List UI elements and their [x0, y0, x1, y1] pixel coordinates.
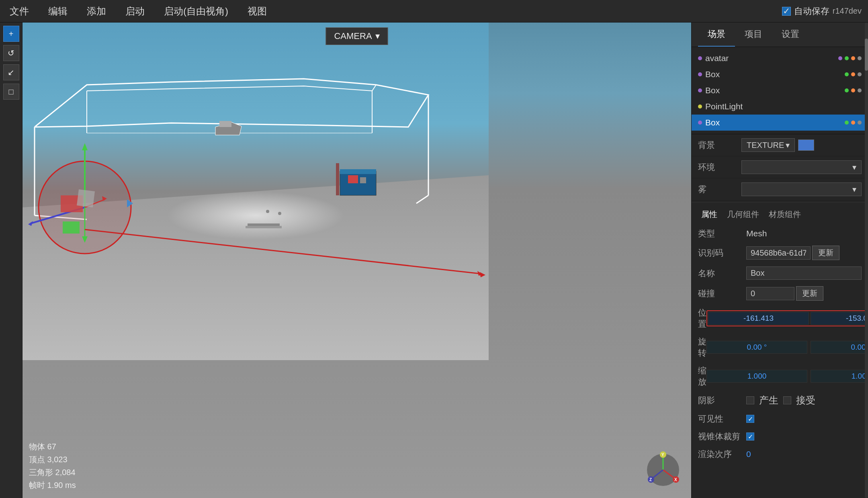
stat-triangles: 三角形 2,084 [29, 466, 76, 479]
scale-row: 缩放 [692, 362, 868, 391]
render-order-value: 0 [746, 449, 751, 459]
rotation-row: 旋转 [692, 333, 868, 362]
dot-pl-yellow [698, 105, 702, 109]
scale-label: 缩放 [698, 365, 706, 387]
sub-tab-geometry[interactable]: 几何组件 [724, 207, 762, 221]
shadow-generate-label: 产生 [759, 394, 778, 407]
scale-inputs [706, 370, 868, 383]
type-row: 类型 Mesh [692, 225, 868, 242]
id-row: 识别码 更新 [692, 242, 868, 263]
sub-tab-material[interactable]: 材质组件 [766, 207, 804, 221]
right-panel: 场景 项目 设置 avatar Box [691, 23, 868, 498]
camera-label: CAMERA [334, 31, 372, 41]
name-row: 名称 [692, 263, 868, 283]
id-label: 识别码 [698, 247, 746, 258]
menu-view[interactable]: 视图 [244, 3, 270, 19]
dot-box2-purple [698, 88, 702, 92]
tool-scale[interactable]: ↙ [3, 64, 19, 80]
visible-checkbox[interactable]: ✓ [746, 415, 754, 423]
scene-item-box3[interactable]: Box [692, 115, 868, 131]
scale-y-input[interactable] [811, 370, 868, 383]
chevron-down-icon: ▾ [786, 140, 790, 150]
type-label: 类型 [698, 228, 746, 239]
id-update-button[interactable]: 更新 [812, 246, 839, 260]
dot7 [858, 72, 862, 76]
menu-file[interactable]: 文件 [6, 3, 32, 19]
svg-text:X: X [674, 478, 677, 482]
scale-x-input[interactable] [706, 370, 807, 383]
background-type-select[interactable]: TEXTURE ▾ [741, 138, 795, 152]
tool-box[interactable]: □ [3, 84, 19, 100]
menu-add[interactable]: 添加 [84, 3, 109, 19]
render-order-label: 渲染次序 [698, 449, 746, 460]
fog-label: 雾 [698, 184, 738, 195]
frustum-row: 视锥体裁剪 ✓ [692, 428, 868, 445]
visible-label: 可见性 [698, 413, 746, 424]
viewport[interactable]: CAMERA ▾ 物体 67 顶点 3,023 三角形 2,084 帧时 1.9… [23, 23, 691, 498]
tab-scene[interactable]: 场景 [698, 23, 735, 47]
autosave-label: 自动保存 [794, 5, 829, 17]
render-order-row: 渲染次序 0 [692, 445, 868, 463]
menu-start-free[interactable]: 启动(自由视角) [161, 3, 231, 19]
frustum-label: 视锥体裁剪 [698, 431, 746, 442]
shadow-receive-checkbox[interactable] [783, 396, 791, 404]
chevron-down-icon-env: ▾ [852, 162, 856, 172]
svg-text:Y: Y [661, 453, 664, 457]
menu-edit[interactable]: 编辑 [45, 3, 71, 19]
dot-avatar-purple [698, 56, 702, 60]
position-inputs [706, 310, 868, 326]
collision-update-button[interactable]: 更新 [796, 286, 823, 301]
tab-project[interactable]: 项目 [735, 23, 772, 47]
id-input[interactable] [746, 246, 811, 260]
name-input[interactable] [746, 266, 862, 280]
tool-move[interactable]: + [3, 26, 19, 42]
left-toolbar: + ↺ ↙ □ [0, 23, 23, 498]
scrollbar-thumb[interactable] [865, 39, 868, 71]
autosave-checkbox[interactable]: ✓ [782, 7, 791, 16]
position-y-input[interactable] [811, 312, 868, 325]
viewport-background [23, 23, 691, 498]
dot13 [858, 121, 862, 125]
visible-row: 可见性 ✓ [692, 410, 868, 428]
tab-settings[interactable]: 设置 [772, 23, 809, 47]
collision-row: 碰撞 更新 [692, 283, 868, 304]
dot9 [851, 88, 855, 92]
background-color-swatch[interactable] [798, 139, 814, 151]
scrollbar[interactable] [865, 23, 868, 498]
dot12 [851, 121, 855, 125]
shadow-receive-label: 接受 [796, 394, 815, 407]
scene-item-pointlight[interactable]: PointLight [692, 98, 868, 115]
sub-tab-attributes[interactable]: 属性 [698, 207, 721, 221]
shadow-generate-checkbox[interactable] [746, 396, 754, 404]
camera-button[interactable]: CAMERA ▾ [326, 27, 388, 45]
scene-item-box2[interactable]: Box [692, 82, 868, 98]
dot2 [845, 56, 849, 60]
rotation-inputs [706, 341, 868, 354]
scene-item-box1[interactable]: Box [692, 66, 868, 82]
scene-item-avatar[interactable]: avatar [692, 50, 868, 66]
menu-start[interactable]: 启动 [122, 3, 148, 19]
collision-input[interactable] [746, 287, 794, 300]
shadow-row: 阴影 产生 接受 [692, 391, 868, 410]
fog-select[interactable]: ▾ [741, 182, 862, 196]
shadow-label: 阴影 [698, 395, 746, 406]
rotation-x-input[interactable] [706, 341, 807, 354]
dot1 [838, 56, 842, 60]
props-section: 类型 Mesh 识别码 更新 名称 碰撞 更新 位置 [692, 225, 868, 498]
stat-objects: 物体 67 [29, 440, 76, 453]
dot-box3-purple [698, 121, 702, 125]
dot8 [845, 88, 849, 92]
position-x-input[interactable] [708, 312, 809, 325]
environment-label: 环境 [698, 162, 738, 173]
right-tabs: 场景 项目 设置 [692, 23, 868, 47]
scene-item-pointlight-label: PointLight [705, 102, 743, 111]
fog-row: 雾 ▾ [692, 178, 868, 201]
tool-rotate[interactable]: ↺ [3, 45, 19, 61]
environment-row: 环境 ▾ [692, 156, 868, 178]
rotation-y-input[interactable] [811, 341, 868, 354]
environment-select[interactable]: ▾ [741, 160, 862, 174]
chevron-down-icon-fog: ▾ [852, 184, 856, 194]
scene-list: avatar Box Box [692, 47, 868, 134]
frustum-checkbox[interactable]: ✓ [746, 432, 754, 441]
version-label: r147dev [833, 6, 862, 16]
